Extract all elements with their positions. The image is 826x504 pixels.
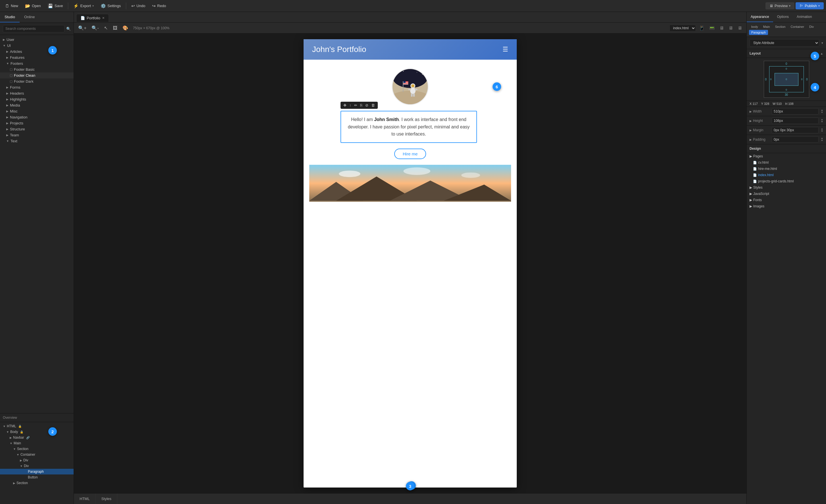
- height-decrement[interactable]: ▼: [821, 121, 823, 123]
- desktop-large-view-button[interactable]: 🖥: [727, 25, 734, 32]
- dom-item-html[interactable]: ▼ HTML 🔒: [0, 423, 74, 429]
- padding-expand[interactable]: ▶: [750, 138, 752, 141]
- padding-decrement[interactable]: ▼: [821, 139, 823, 142]
- width-expand[interactable]: ▶: [750, 110, 752, 113]
- design-pages[interactable]: ▶ Pages: [747, 153, 826, 160]
- settings-button[interactable]: ⚙️ Settings: [98, 2, 124, 10]
- zoom-in-tool[interactable]: 🔍+: [77, 24, 88, 32]
- search-icon[interactable]: 🔍: [66, 27, 71, 31]
- arrow-icon: ▶: [13, 482, 15, 485]
- new-button[interactable]: 🗒 New: [2, 2, 21, 10]
- preview-button[interactable]: 🖥 Preview ▾: [765, 2, 794, 9]
- bc-div[interactable]: Div: [807, 24, 816, 29]
- tree-item-articles[interactable]: ▶ Articles: [0, 49, 74, 55]
- design-images[interactable]: ▶ Images: [747, 203, 826, 209]
- height-input[interactable]: [772, 118, 819, 124]
- hamburger-menu[interactable]: ☰: [503, 46, 508, 53]
- tab-studio[interactable]: Studio: [0, 12, 20, 22]
- tree-item-highlights[interactable]: ▶ Highlights: [0, 96, 74, 102]
- tab-online[interactable]: Online: [20, 12, 40, 22]
- hire-me-button[interactable]: Hire me: [394, 148, 426, 159]
- search-input[interactable]: [3, 25, 64, 33]
- width-decrement[interactable]: ▼: [821, 111, 823, 114]
- padding-input[interactable]: [772, 136, 819, 143]
- tree-item-text[interactable]: ▼ Text: [0, 138, 74, 144]
- tab-appearance[interactable]: Appearance: [747, 12, 773, 22]
- open-button[interactable]: 📂 Open: [22, 2, 44, 10]
- tree-item-projects[interactable]: ▶ Projects: [0, 120, 74, 126]
- page-selector[interactable]: index.html: [669, 25, 696, 32]
- tab-options[interactable]: Options: [773, 12, 793, 22]
- bc-container[interactable]: Container: [788, 24, 806, 29]
- tree-item-misc[interactable]: ▶ Misc: [0, 108, 74, 114]
- dom-item-div1[interactable]: ▶ Div: [0, 457, 74, 463]
- undo-button[interactable]: ↩ Undo: [128, 2, 148, 10]
- move-tool[interactable]: ✥: [342, 103, 348, 108]
- brush-tool[interactable]: 🎨: [121, 24, 130, 32]
- margin-decrement[interactable]: ▼: [821, 130, 823, 132]
- dom-item-paragraph[interactable]: Paragraph: [0, 469, 74, 475]
- tree-item-headers[interactable]: ▶ Headers: [0, 90, 74, 96]
- bc-body[interactable]: body: [749, 24, 760, 29]
- save-button[interactable]: 💾 Save: [45, 2, 66, 10]
- tree-item-team[interactable]: ▶ Team: [0, 132, 74, 138]
- copy-tool[interactable]: ⎘: [359, 103, 363, 108]
- width-input[interactable]: [772, 108, 819, 115]
- tree-item-navigation[interactable]: ▶ Navigation: [0, 114, 74, 120]
- tree-item-user[interactable]: ▶ User: [0, 37, 74, 43]
- design-page-index[interactable]: 📄 index.html: [747, 172, 826, 178]
- export-button[interactable]: ⚡ Export ▾: [70, 2, 97, 10]
- edit-tool[interactable]: ✏: [353, 103, 358, 108]
- cursor-tool[interactable]: ↖: [103, 24, 109, 32]
- dom-item-container[interactable]: ▼ Container: [0, 452, 74, 457]
- style-attr-select[interactable]: Style Attribute: [750, 39, 819, 47]
- canvas-viewport[interactable]: 3 John's Portfolio ☰: [74, 34, 747, 493]
- tree-item-structure[interactable]: ▶ Structure: [0, 126, 74, 132]
- redo-button[interactable]: ↪ Redo: [149, 2, 169, 10]
- tree-item-features[interactable]: ▶ Features: [0, 55, 74, 61]
- dom-item-main[interactable]: ▼ Main: [0, 440, 74, 446]
- unlink-tool[interactable]: ⊘: [364, 103, 369, 108]
- margin-expand[interactable]: ▶: [750, 129, 752, 132]
- padding-bottom-label: 0: [786, 88, 787, 91]
- design-javascript[interactable]: ▶ JavaScript: [747, 191, 826, 197]
- tree-item-footer-dark[interactable]: ▢ Footer Dark: [0, 78, 74, 84]
- tree-item-forms[interactable]: ▶ Forms: [0, 84, 74, 90]
- tab-close-button[interactable]: ✕: [102, 16, 105, 20]
- dom-item-div2[interactable]: ▼ Div: [0, 463, 74, 469]
- publish-button[interactable]: 🏳 Publish ▾: [795, 2, 824, 9]
- design-styles[interactable]: ▶ Styles: [747, 184, 826, 191]
- mobile-view-button[interactable]: 📱: [698, 24, 706, 32]
- height-expand[interactable]: ▶: [750, 119, 752, 122]
- bottom-tab-html[interactable]: HTML: [74, 494, 96, 504]
- tree-item-footer-clean[interactable]: ▢ Footer Clean: [0, 72, 74, 78]
- layout-header[interactable]: Layout ▲: [747, 49, 826, 58]
- bottom-tab-styles[interactable]: Styles: [96, 494, 117, 504]
- canvas-tab-portfolio[interactable]: 📄 Portfolio ✕: [76, 14, 109, 22]
- design-page-projects[interactable]: 📄 projects-grid-cards.html: [747, 178, 826, 184]
- dom-item-navbar[interactable]: ▶ Navbar 🔗: [0, 435, 74, 440]
- design-fonts[interactable]: ▶ Fonts: [747, 197, 826, 203]
- image-tool[interactable]: 🖼: [111, 25, 119, 32]
- tree-item-footers[interactable]: ▼ Footers: [0, 61, 74, 66]
- dom-item-section2[interactable]: ▶ Section: [0, 480, 74, 486]
- tree-item-footer-basic[interactable]: ▢ Footer Basic: [0, 66, 74, 72]
- margin-input[interactable]: [772, 127, 819, 133]
- dom-item-button[interactable]: Button: [0, 475, 74, 480]
- tablet-view-button[interactable]: 📟: [708, 24, 716, 32]
- dom-item-section[interactable]: ▼ Section: [0, 446, 74, 452]
- zoom-out-tool[interactable]: 🔍-: [90, 24, 100, 32]
- design-page-cv[interactable]: 📄 cv.html: [747, 160, 826, 166]
- move-up-tool[interactable]: ↑: [348, 103, 352, 108]
- tab-animation[interactable]: Animation: [793, 12, 816, 22]
- design-page-hireme[interactable]: 📄 hire-me.html: [747, 166, 826, 172]
- desktop-small-view-button[interactable]: 🖥: [718, 25, 725, 32]
- tree-item-media[interactable]: ▶ Media: [0, 102, 74, 108]
- bc-section[interactable]: Section: [773, 24, 788, 29]
- tree-item-ui[interactable]: ▼ UI: [0, 43, 74, 49]
- delete-tool[interactable]: 🗑: [370, 103, 376, 108]
- bc-paragraph[interactable]: Paragraph: [749, 30, 768, 35]
- widescreen-view-button[interactable]: 🖥: [736, 25, 744, 32]
- dom-item-body[interactable]: ▼ Body 🔒: [0, 429, 74, 435]
- bc-main[interactable]: Main: [761, 24, 772, 29]
